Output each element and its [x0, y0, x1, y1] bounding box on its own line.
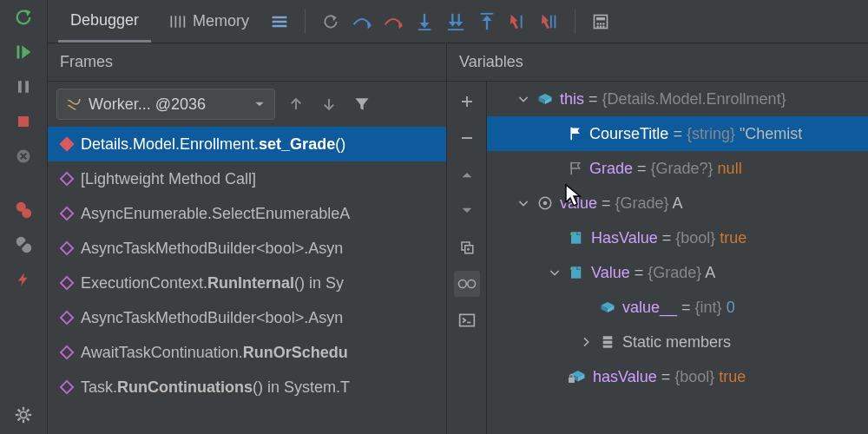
- variable-text: Grade = {Grade?} null: [589, 160, 742, 178]
- frame-label: Task.RunContinuations() in System.T: [81, 378, 350, 397]
- run-to-cursor-force-icon[interactable]: [536, 9, 562, 35]
- divider: [305, 10, 306, 34]
- svg-rect-2: [25, 81, 29, 93]
- show-execution-point-icon[interactable]: [318, 9, 344, 35]
- box-lock-icon: [569, 369, 586, 385]
- variable-row[interactable]: value = {Grade} A: [487, 186, 868, 220]
- tab-debugger-label: Debugger: [70, 11, 139, 30]
- frame-marker-icon: [60, 241, 75, 256]
- circle-icon: [537, 195, 553, 211]
- svg-point-43: [602, 25, 605, 28]
- svg-point-10: [20, 411, 26, 418]
- frame-row[interactable]: ExecutionContext.RunInternal() in Sy: [48, 266, 446, 300]
- frame-label: ExecutionContext.RunInternal() in Sy: [81, 274, 344, 293]
- add-watch-icon[interactable]: [454, 89, 480, 115]
- breakpoints-icon[interactable]: [13, 200, 34, 220]
- chevron-right-icon[interactable]: [579, 335, 593, 349]
- chevron-spacer: [579, 299, 593, 317]
- svg-point-53: [458, 280, 466, 288]
- variable-row[interactable]: Grade = {Grade?} null: [487, 151, 868, 186]
- svg-point-61: [543, 201, 548, 206]
- frame-row[interactable]: AsyncEnumerable.SelectEnumerableA: [48, 196, 446, 231]
- close-icon[interactable]: [13, 146, 34, 167]
- frames-list[interactable]: Details.Model.Enrollment.set_Grade()[Lig…: [48, 127, 446, 434]
- frame-marker-icon: [60, 380, 75, 395]
- frame-row[interactable]: AsyncTaskMethodBuilder<bool>.Asyn: [48, 231, 446, 266]
- frame-row[interactable]: AsyncTaskMethodBuilder<bool>.Asyn: [48, 300, 446, 335]
- tab-memory-label: Memory: [193, 12, 249, 30]
- frame-marker-icon: [60, 172, 75, 187]
- chevron-spacer: [548, 160, 562, 178]
- svg-point-6: [22, 208, 31, 218]
- menu-icon[interactable]: [266, 9, 293, 35]
- frame-row[interactable]: AwaitTaskContinuation.RunOrSchedu: [48, 335, 446, 370]
- variable-row[interactable]: value__ = {int} 0: [487, 290, 868, 325]
- frame-label: AsyncTaskMethodBuilder<bool>.Asyn: [81, 309, 343, 327]
- resume-icon[interactable]: [13, 42, 34, 62]
- step-into-icon[interactable]: [411, 9, 437, 35]
- chevron-spacer: [548, 229, 562, 247]
- sheet-icon: [569, 230, 584, 246]
- frame-down-icon[interactable]: [317, 92, 341, 116]
- variable-row[interactable]: HasValue = {bool} true: [487, 220, 868, 255]
- variable-text: value__ = {int} 0: [622, 299, 735, 317]
- collapse-up-icon[interactable]: [454, 161, 480, 187]
- chevron-down-icon[interactable]: [516, 196, 530, 210]
- console-icon[interactable]: [454, 307, 480, 333]
- frames-panel: Frames Worker... @2036: [48, 43, 447, 434]
- variable-row[interactable]: Value = {Grade} A: [487, 255, 868, 290]
- frame-row[interactable]: [Lightweight Method Call]: [48, 161, 446, 196]
- debug-tabs: Debugger Memory: [48, 0, 868, 43]
- step-out-icon[interactable]: [474, 9, 500, 35]
- flag-icon: [569, 126, 582, 141]
- force-step-into-icon[interactable]: [443, 9, 469, 35]
- svg-rect-56: [459, 314, 474, 326]
- rerun-icon[interactable]: [13, 7, 34, 28]
- frame-up-icon[interactable]: [284, 92, 308, 116]
- stop-icon[interactable]: [13, 111, 34, 132]
- remove-watch-icon[interactable]: [454, 125, 480, 151]
- calculator-icon[interactable]: [588, 9, 614, 35]
- step-over-icon[interactable]: [349, 9, 375, 35]
- pause-icon[interactable]: [13, 76, 34, 97]
- svg-point-41: [596, 25, 599, 28]
- bolt-icon[interactable]: [13, 269, 34, 290]
- frame-label: [Lightweight Method Call]: [81, 170, 256, 188]
- flag-dim-icon: [569, 161, 582, 176]
- mute-breakpoints-icon[interactable]: [13, 234, 34, 255]
- frame-label: AsyncEnumerable.SelectEnumerableA: [81, 205, 350, 223]
- box-blue-icon: [600, 300, 615, 314]
- debug-toolbar-left: [0, 0, 48, 434]
- run-to-cursor-icon[interactable]: [505, 9, 531, 35]
- thread-label: Worker... @2036: [89, 95, 206, 114]
- variable-row[interactable]: this = {Details.Model.Enrollment}: [487, 82, 868, 116]
- variable-text: value = {Grade} A: [560, 194, 683, 213]
- frame-label: Details.Model.Enrollment.set_Grade(): [81, 135, 345, 154]
- variable-row[interactable]: Static members: [487, 325, 868, 359]
- frame-marker-icon: [60, 276, 75, 291]
- svg-rect-3: [18, 116, 29, 127]
- settings-icon[interactable]: [13, 404, 34, 425]
- frame-row[interactable]: Details.Model.Enrollment.set_Grade(): [48, 127, 446, 161]
- stack-icon: [600, 334, 615, 350]
- chevron-down-icon[interactable]: [516, 92, 530, 106]
- variable-row[interactable]: hasValue = {bool} true: [487, 359, 868, 394]
- filter-icon[interactable]: [350, 92, 374, 116]
- tab-debugger[interactable]: Debugger: [58, 0, 151, 43]
- svg-point-42: [600, 25, 602, 28]
- variables-title: Variables: [447, 43, 868, 82]
- tab-memory[interactable]: Memory: [156, 0, 261, 43]
- expand-down-icon[interactable]: [454, 198, 480, 224]
- variables-tree[interactable]: this = {Details.Model.Enrollment}CourseT…: [487, 82, 868, 434]
- variable-text: this = {Details.Model.Enrollment}: [560, 90, 786, 108]
- variable-row[interactable]: CourseTitle = {string} "Chemist: [487, 116, 868, 151]
- svg-line-16: [27, 418, 30, 421]
- watches-icon[interactable]: [454, 271, 480, 297]
- chevron-down-icon[interactable]: [548, 266, 562, 279]
- svg-rect-1: [18, 81, 22, 93]
- thread-selector[interactable]: Worker... @2036: [56, 89, 275, 120]
- svg-rect-64: [603, 336, 613, 339]
- frame-row[interactable]: Task.RunContinuations() in System.T: [48, 370, 446, 404]
- step-over-force-icon[interactable]: [380, 9, 406, 35]
- copy-icon[interactable]: [454, 234, 480, 260]
